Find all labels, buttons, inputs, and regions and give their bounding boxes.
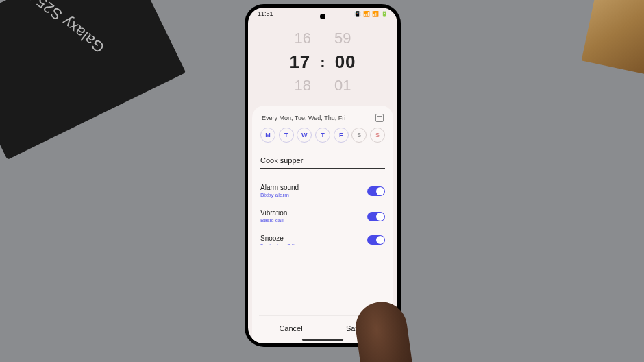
vibration-title: Vibration	[260, 209, 287, 217]
snooze-row[interactable]: Snooze 5 minutes, 3 times	[259, 229, 386, 247]
day-toggle-3[interactable]: T	[315, 128, 330, 143]
repeat-summary-row[interactable]: Every Mon, Tue, Wed, Thu, Fri	[259, 112, 386, 128]
phone-frame: 11:51 📳 📶 📶 🔋 16 : 59 17 : 00 18 :	[245, 4, 401, 347]
day-toggle-6[interactable]: S	[370, 128, 385, 143]
alarm-sound-title: Alarm sound	[260, 184, 299, 191]
vibration-sub: Basic call	[260, 217, 287, 224]
min-selected[interactable]: 00	[335, 51, 356, 73]
vibrate-icon: 📳	[354, 11, 361, 17]
day-toggle-1[interactable]: T	[279, 128, 294, 143]
calendar-icon[interactable]	[375, 114, 384, 122]
battery-icon: 🔋	[381, 11, 388, 17]
home-indicator[interactable]	[302, 339, 343, 341]
snooze-toggle[interactable]	[367, 235, 385, 245]
hour-prev[interactable]: 16	[294, 29, 310, 47]
phone-screen: 11:51 📳 📶 📶 🔋 16 : 59 17 : 00 18 :	[248, 8, 397, 343]
day-toggle-4[interactable]: F	[334, 128, 349, 143]
min-next[interactable]: 01	[334, 77, 351, 95]
vibration-toggle[interactable]	[367, 212, 385, 221]
alarm-name-input[interactable]	[260, 154, 385, 169]
snooze-sub: 5 minutes, 3 times	[260, 243, 305, 245]
day-toggle-0[interactable]: M	[260, 128, 275, 143]
box-label: Galaxy S25 Ultra	[3, 0, 108, 56]
product-box: Galaxy S25 Ultra	[0, 0, 186, 160]
status-icons: 📳 📶 📶 🔋	[354, 11, 388, 17]
snooze-title: Snooze	[260, 234, 305, 242]
wifi-icon: 📶	[363, 11, 370, 17]
alarm-sound-toggle[interactable]	[367, 186, 385, 196]
day-toggle-2[interactable]: W	[297, 128, 312, 143]
min-prev[interactable]: 59	[334, 29, 351, 47]
repeat-summary: Every Mon, Tue, Wed, Thu, Fri	[262, 114, 345, 121]
alarm-sound-sub: Bixby alarm	[260, 192, 299, 198]
wooden-object	[582, 0, 644, 75]
alarm-sound-row[interactable]: Alarm sound Bixby alarm	[259, 178, 386, 204]
time-colon: :	[320, 53, 325, 71]
day-toggle-5[interactable]: S	[351, 128, 367, 143]
hour-selected[interactable]: 17	[289, 51, 310, 73]
camera-cutout	[320, 14, 325, 19]
signal-icon: 📶	[372, 11, 379, 17]
days-row: MTWTFSS	[259, 128, 386, 149]
hour-next[interactable]: 18	[294, 77, 310, 95]
time-picker[interactable]: 16 : 59 17 : 00 18 : 01	[248, 20, 397, 106]
status-time: 11:51	[258, 10, 273, 17]
vibration-row[interactable]: Vibration Basic call	[259, 204, 386, 229]
